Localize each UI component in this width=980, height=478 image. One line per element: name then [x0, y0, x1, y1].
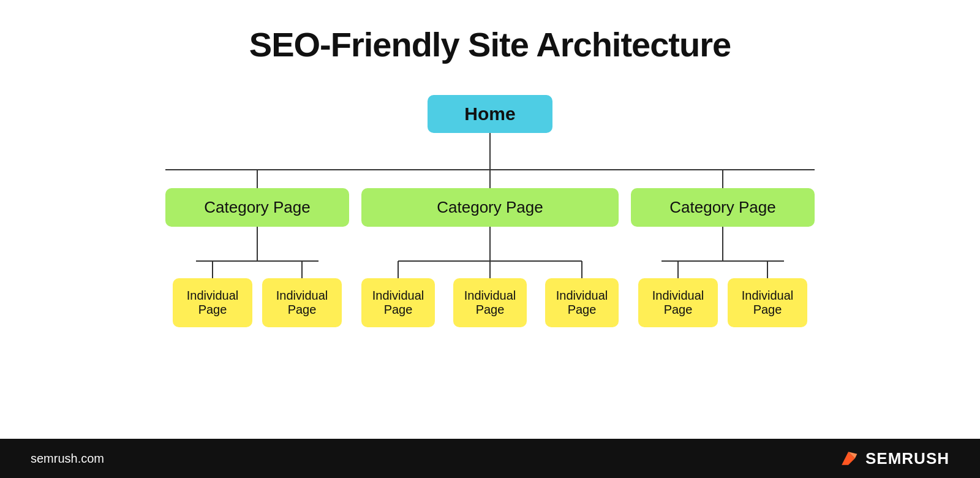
- cat-drop-left: [257, 170, 258, 188]
- individual-item-middle-1: Individual Page: [361, 261, 435, 327]
- ind-drop: [212, 261, 213, 278]
- individual-row-left: Individual Page Individual Page: [173, 261, 342, 327]
- ind-drop: [398, 261, 399, 278]
- category-column-left: Category Page Individual Page Individual…: [165, 170, 349, 327]
- footer-brand-name: SEMRUSH: [865, 449, 949, 468]
- main-content: SEO-Friendly Site Architecture Home Cate…: [0, 0, 980, 439]
- category-column-right: Category Page Individual Page Individual…: [631, 170, 815, 327]
- cat-drop-right: [722, 170, 723, 188]
- individual-item-left-2: Individual Page: [262, 261, 342, 327]
- individual-item-middle-3: Individual Page: [545, 261, 619, 327]
- category-node-left: Category Page: [165, 188, 349, 227]
- individual-node-left-1: Individual Page: [173, 278, 252, 327]
- individual-item-left-1: Individual Page: [173, 261, 252, 327]
- sub-connector-left: [257, 227, 258, 244]
- individual-node-right-1: Individual Page: [638, 278, 718, 327]
- individual-item-middle-2: Individual Page: [453, 261, 527, 327]
- footer: semrush.com SEMRUSH: [0, 439, 980, 478]
- cat-drop-middle: [489, 170, 491, 188]
- ind-drop: [581, 261, 582, 278]
- sub-h-connector-right: [662, 244, 784, 261]
- top-horizontal-connector: [165, 151, 815, 170]
- individual-item-right-2: Individual Page: [728, 261, 807, 327]
- ind-drop: [767, 261, 768, 278]
- page-title: SEO-Friendly Site Architecture: [249, 25, 731, 64]
- individual-row-middle: Individual Page Individual Page Individu…: [361, 261, 619, 327]
- home-node: Home: [428, 95, 552, 133]
- footer-logo: SEMRUSH: [837, 447, 949, 469]
- ind-drop: [677, 261, 679, 278]
- individual-node-middle-3: Individual Page: [545, 278, 619, 327]
- individual-node-middle-1: Individual Page: [361, 278, 435, 327]
- category-column-middle: Category Page Individual Page Individual…: [361, 170, 619, 327]
- individual-row-right: Individual Page Individual Page: [638, 261, 807, 327]
- semrush-logo-icon: [837, 447, 859, 469]
- individual-node-right-2: Individual Page: [728, 278, 807, 327]
- category-node-middle: Category Page: [361, 188, 619, 227]
- individual-item-right-1: Individual Page: [638, 261, 718, 327]
- ind-drop: [301, 261, 303, 278]
- sub-connector-middle: [489, 227, 491, 244]
- home-node-container: Home: [428, 95, 552, 133]
- sub-h-connector-middle: [398, 244, 582, 261]
- footer-url: semrush.com: [31, 452, 104, 466]
- sub-h-connector-left: [196, 244, 318, 261]
- home-connector-vertical: [489, 133, 491, 151]
- site-architecture-diagram: Home Category Page Individual Page: [37, 95, 943, 427]
- individual-node-middle-2: Individual Page: [453, 278, 527, 327]
- category-row: Category Page Individual Page Individual…: [165, 170, 815, 327]
- ind-drop: [489, 261, 491, 278]
- category-node-right: Category Page: [631, 188, 815, 227]
- individual-node-left-2: Individual Page: [262, 278, 342, 327]
- sub-connector-right: [722, 227, 723, 244]
